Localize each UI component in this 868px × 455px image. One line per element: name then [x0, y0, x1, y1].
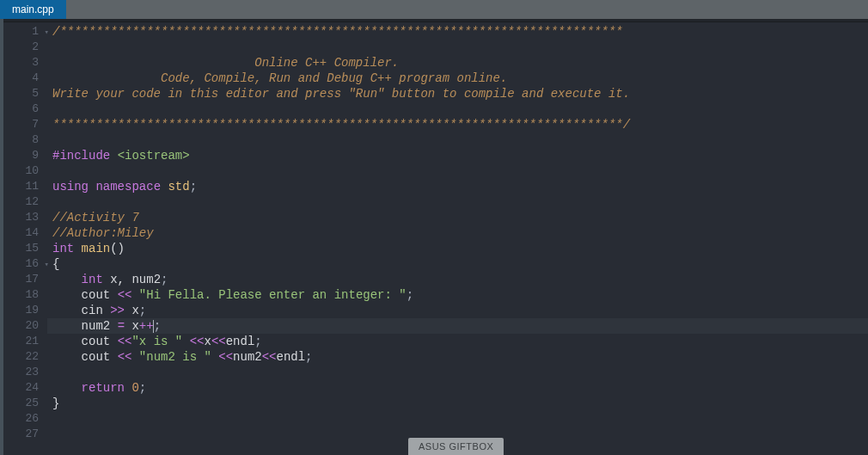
- line-number: 13: [0, 210, 47, 225]
- line-number: 2: [0, 40, 47, 55]
- code-text: "x is ": [131, 335, 182, 348]
- code-text: x: [125, 319, 139, 333]
- code-text: ;: [154, 319, 161, 333]
- code-text: cout: [82, 350, 118, 364]
- line-number: 14: [0, 225, 47, 241]
- line-number: 1: [0, 24, 47, 40]
- line-number: 10: [0, 163, 47, 179]
- code-text: Online C++ Compiler.: [52, 56, 399, 70]
- tab-bar: main.cpp: [0, 0, 868, 19]
- line-number: 19: [0, 303, 47, 318]
- line-number: 15: [0, 241, 47, 256]
- line-number: 4: [0, 71, 47, 86]
- line-number: 27: [0, 427, 47, 442]
- code-text: main: [82, 242, 111, 255]
- line-number: 12: [0, 194, 47, 210]
- code-text: num2: [233, 350, 262, 364]
- code-text: "num2 is ": [139, 350, 211, 364]
- code-text: ;: [139, 304, 146, 317]
- code-text: >>: [110, 304, 125, 317]
- line-number: 26: [0, 411, 47, 427]
- code-text: endl: [277, 350, 306, 364]
- line-number-gutter: 1234567891011121314151617181920212223242…: [0, 22, 47, 455]
- code-text: /***************************************…: [52, 25, 623, 39]
- code-text: "Hi Fella. Please enter an integer: ": [131, 288, 406, 302]
- code-text: Code, Compile, Run and Debug C++ program…: [52, 71, 507, 85]
- code-text: //Activity 7: [52, 211, 139, 224]
- line-number: 20: [0, 318, 47, 334]
- code-text: x, num2: [110, 273, 161, 286]
- line-number: 7: [0, 117, 47, 132]
- code-text: 0: [131, 381, 138, 395]
- line-number: 18: [0, 287, 47, 303]
- code-text: ;: [139, 381, 146, 395]
- code-editor[interactable]: 1234567891011121314151617181920212223242…: [0, 22, 868, 455]
- code-text: <<: [118, 335, 132, 348]
- code-text: [182, 335, 189, 348]
- code-text: cin: [82, 304, 111, 317]
- code-text: endl: [226, 335, 255, 348]
- code-text: <<: [190, 335, 205, 348]
- code-text: ++: [139, 319, 154, 333]
- code-text: std: [168, 180, 189, 194]
- code-text: cout: [82, 288, 118, 302]
- code-text: <iostream>: [118, 149, 190, 163]
- code-text: (): [110, 242, 125, 255]
- code-text: Write your code in this editor and press…: [52, 87, 630, 101]
- line-number: 25: [0, 396, 47, 411]
- code-area[interactable]: /***************************************…: [47, 22, 868, 455]
- code-text: [211, 350, 218, 364]
- line-number: 23: [0, 365, 47, 380]
- code-text: ;: [305, 350, 312, 364]
- line-number: 24: [0, 380, 47, 396]
- line-number: 9: [0, 148, 47, 163]
- line-number: 6: [0, 101, 47, 117]
- line-number: 22: [0, 349, 47, 365]
- code-text: ****************************************…: [52, 118, 630, 132]
- line-number: 21: [0, 334, 47, 349]
- line-number: 3: [0, 55, 47, 71]
- line-number: 17: [0, 272, 47, 287]
- code-text: int: [82, 273, 111, 286]
- code-text: namespace: [89, 180, 168, 194]
- code-text: }: [52, 397, 59, 410]
- code-text: <<: [118, 350, 132, 364]
- code-text: ;: [161, 273, 168, 286]
- code-text: return: [82, 381, 132, 395]
- code-text: <<: [118, 288, 132, 302]
- code-text: ;: [254, 335, 261, 348]
- code-text: <<: [262, 350, 277, 364]
- current-line: num2 = x++;: [47, 318, 868, 334]
- line-number: 16: [0, 256, 47, 272]
- code-text: x: [125, 304, 139, 317]
- code-text: num2: [82, 319, 118, 333]
- code-text: =: [118, 319, 125, 333]
- code-text: <<: [218, 350, 233, 364]
- code-text: cout: [82, 335, 118, 348]
- code-text: <<: [211, 335, 226, 348]
- line-number: 5: [0, 86, 47, 101]
- code-text: //Author:Miley: [52, 226, 154, 240]
- code-text: using: [52, 180, 89, 194]
- code-text: {: [52, 257, 59, 271]
- code-text: ;: [406, 288, 413, 302]
- code-text: #include: [52, 149, 118, 163]
- asus-giftbox-popup[interactable]: ASUS GIFTBOX: [408, 438, 504, 455]
- code-text: ;: [190, 180, 197, 194]
- file-tab-main-cpp[interactable]: main.cpp: [0, 0, 66, 19]
- code-text: x: [204, 335, 211, 348]
- line-number: 11: [0, 179, 47, 194]
- line-number: 8: [0, 132, 47, 148]
- code-text: int: [52, 242, 82, 255]
